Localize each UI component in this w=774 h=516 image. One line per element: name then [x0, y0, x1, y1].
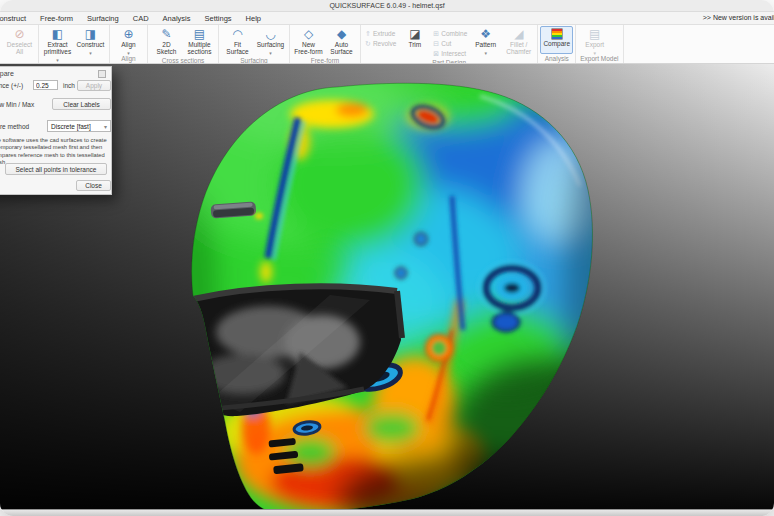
- multiple-sections-icon: ▤: [194, 28, 205, 41]
- menu-item-construct[interactable]: Construct: [0, 14, 33, 23]
- surfacing-icon: ◡: [265, 28, 275, 41]
- menu-item-free-form[interactable]: Free-form: [33, 14, 80, 23]
- revolve-icon: ↻: [365, 40, 371, 48]
- compare-button[interactable]: Compare: [540, 26, 573, 54]
- menu-item-analysis[interactable]: Analysis: [156, 14, 198, 23]
- chevron-down-icon: [484, 48, 487, 53]
- intersect-icon: ⊠: [433, 50, 439, 58]
- apply-button[interactable]: Apply: [77, 80, 111, 91]
- extrude-button[interactable]: ⇑Extrude: [365, 29, 396, 38]
- compare-panel: Compare Tolerance (+/-) inch Apply Show …: [0, 66, 112, 195]
- surfacing-button[interactable]: ◡Surfacing: [254, 26, 287, 56]
- ribbon-stack: ⇑Extrude↻Revolve: [363, 26, 398, 58]
- fillet-chamfer-icon: ◢: [514, 28, 523, 41]
- menu-item-surfacing[interactable]: Surfacing: [80, 14, 126, 23]
- tolerance-input[interactable]: [33, 80, 58, 90]
- menu-items: ConstructFree-formSurfacingCADAnalysisSe…: [0, 14, 268, 23]
- viewport-3d[interactable]: Compare Tolerance (+/-) inch Apply Show …: [0, 64, 774, 509]
- construct-icon: ◨: [85, 28, 96, 41]
- button-label: Fillet / Chamfer: [506, 41, 531, 55]
- tolerance-unit-label: inch: [63, 82, 75, 89]
- fillet-chamfer-button[interactable]: ◢Fillet / Chamfer: [502, 26, 535, 58]
- close-button[interactable]: Close: [76, 180, 111, 191]
- ribbon-group-free-form: ◇New Free-form◆Auto SurfaceFree-form: [290, 25, 361, 63]
- auto-surface-button[interactable]: ◆Auto Surface: [325, 26, 358, 56]
- deselect-all-button[interactable]: ⊘Deselect All: [3, 26, 36, 56]
- compare-panel-title: Compare: [0, 70, 14, 77]
- app-window: QUICKSURFACE 6.0.49 - helmet.qsf Constru…: [0, 0, 774, 516]
- chevron-down-icon: [593, 48, 596, 53]
- chevron-down-icon: [104, 123, 107, 130]
- cut-icon: ⊟: [433, 40, 439, 48]
- chevron-down-icon: [127, 48, 130, 53]
- button-label: Construct: [77, 41, 105, 48]
- new-free-form-button[interactable]: ◇New Free-form: [292, 26, 325, 56]
- ribbon-group-primitives: ◧Extract primitives◨ConstructPrimitives: [39, 25, 110, 63]
- trim-button[interactable]: ◪Trim: [398, 26, 431, 58]
- compare-method-select[interactable]: Discrete [fast]: [47, 120, 111, 132]
- ribbon-group-analysis: CompareAnalysis: [538, 25, 576, 63]
- button-label: Multiple sections: [188, 41, 212, 55]
- helmet-3d-model[interactable]: [0, 64, 774, 509]
- trim-icon: ◪: [409, 28, 420, 41]
- 2d-sketch-icon: ✎: [161, 28, 171, 41]
- ribbon-group-selection: ⊘Deselect All: [1, 25, 39, 63]
- fit-surface-button[interactable]: ◠Fit Surface: [221, 26, 254, 56]
- button-label: Trim: [408, 41, 421, 48]
- revolve-button[interactable]: ↻Revolve: [365, 39, 396, 48]
- ribbon-group-caption: Surfacing: [221, 56, 287, 64]
- ribbon-stack: ⊞Combine⊟Cut⊠Intersect: [431, 26, 469, 58]
- menu-item-cad[interactable]: CAD: [126, 14, 156, 23]
- ribbon-group-caption: Analysis: [540, 54, 573, 63]
- button-label: Compare: [543, 40, 570, 47]
- button-label: Surfacing: [257, 41, 284, 48]
- chevron-down-icon: [56, 55, 59, 60]
- select-all-points-button[interactable]: Select all points in tolerance: [5, 163, 107, 175]
- ribbon: ⊘Deselect All◧Extract primitives◨Constru…: [0, 25, 774, 64]
- panel-pin-icon[interactable]: [98, 70, 106, 78]
- button-label: New Free-form: [294, 41, 323, 55]
- menu-item-settings[interactable]: Settings: [198, 14, 239, 23]
- title-bar: QUICKSURFACE 6.0.49 - helmet.qsf: [0, 0, 774, 12]
- cut-button[interactable]: ⊟Cut: [433, 39, 467, 48]
- ribbon-group-cross-sections: ✎2D Sketch▤Multiple sectionsCross sectio…: [148, 25, 219, 63]
- pattern-icon: ❖: [480, 28, 491, 41]
- ribbon-group-surfacing: ◠Fit Surface◡SurfacingSurfacing: [219, 25, 290, 63]
- clear-labels-button[interactable]: Clear Labels: [52, 98, 111, 110]
- extract-primitives-button[interactable]: ◧Extract primitives: [41, 26, 74, 61]
- auto-surface-icon: ◆: [337, 28, 346, 41]
- chevron-down-icon: [269, 48, 272, 53]
- pattern-button[interactable]: ❖Pattern: [469, 26, 502, 58]
- tolerance-label: Tolerance (+/-): [0, 82, 23, 89]
- intersect-button[interactable]: ⊠Intersect: [433, 49, 467, 58]
- ribbon-group-caption: [3, 56, 36, 63]
- button-label: Auto Surface: [330, 41, 352, 55]
- button-label: Intersect: [441, 50, 466, 57]
- button-label: Extrude: [373, 30, 395, 37]
- 2d-sketch-button[interactable]: ✎2D Sketch: [150, 26, 183, 56]
- construct-button[interactable]: ◨Construct: [74, 26, 107, 61]
- combine-button[interactable]: ⊞Combine: [433, 29, 467, 38]
- ribbon-group-caption: Export Model: [578, 54, 620, 63]
- button-label: Fit Surface: [226, 41, 248, 55]
- new-free-form-icon: ◇: [304, 28, 313, 41]
- extrude-icon: ⇑: [365, 30, 371, 38]
- ribbon-group-part-design: ⇑Extrude↻Revolve◪Trim⊞Combine⊟Cut⊠Inters…: [361, 25, 538, 63]
- button-label: Combine: [441, 30, 467, 37]
- chevron-down-icon: [89, 48, 92, 53]
- button-label: Align: [121, 41, 135, 48]
- menu-item-help[interactable]: Help: [239, 14, 268, 23]
- update-notice-link[interactable]: >> New version is available: [703, 14, 774, 21]
- button-label: Export: [585, 41, 604, 48]
- window-title: QUICKSURFACE 6.0.49 - helmet.qsf: [329, 2, 444, 9]
- button-label: 2D Sketch: [157, 41, 177, 55]
- ribbon-group-caption: Align: [112, 54, 145, 63]
- export-button[interactable]: ▤Export: [578, 26, 611, 54]
- compare-method-value: Discrete [fast]: [51, 123, 91, 130]
- align-icon: ⊕: [123, 28, 133, 41]
- combine-icon: ⊞: [433, 30, 439, 38]
- ribbon-group-export-model: ▤ExportExport Model: [576, 25, 623, 63]
- align-button[interactable]: ⊕Align: [112, 26, 145, 54]
- multiple-sections-button[interactable]: ▤Multiple sections: [183, 26, 216, 56]
- export-icon: ▤: [589, 28, 600, 41]
